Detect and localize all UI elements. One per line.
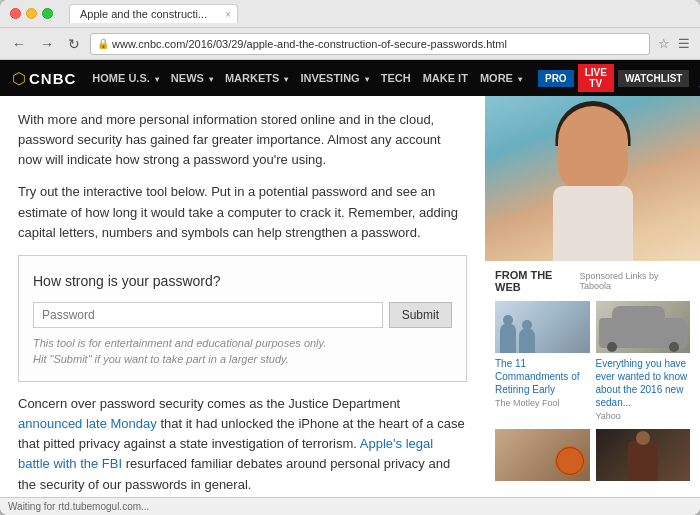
web-card-source-2: Yahoo <box>596 411 691 421</box>
from-web-title: FROM THE WEB <box>495 269 579 293</box>
people-silhouette <box>500 323 535 353</box>
nav-icons: ☆ ☰ <box>656 34 692 53</box>
sponsored-links-text: Sponsored Links by Taboola <box>579 271 690 291</box>
car-top-shape <box>612 306 665 321</box>
car-body-shape <box>599 318 688 348</box>
cnbc-logo[interactable]: ⬡ CNBC <box>12 69 76 88</box>
from-web-section: FROM THE WEB Sponsored Links by Taboola <box>485 261 700 497</box>
password-tool: How strong is your password? Submit This… <box>18 255 467 382</box>
dark-person-head <box>636 431 650 445</box>
car-wheel-rear <box>669 342 679 352</box>
cnbc-logo-text: CNBC <box>29 70 76 87</box>
web-card-image-2 <box>596 301 691 353</box>
lock-icon: 🔒 <box>97 38 109 49</box>
back-button[interactable]: ← <box>8 34 30 54</box>
nav-item-news[interactable]: NEWS ▾ <box>171 72 213 84</box>
web-cards-top-row: The 11 Commandments of Retiring Early Th… <box>495 301 690 421</box>
tab-title: Apple and the constructi... <box>80 8 207 20</box>
web-cards-bottom-row <box>495 429 690 485</box>
minimize-traffic-light[interactable] <box>26 8 37 19</box>
livetv-button[interactable]: LIVE TV <box>578 64 614 92</box>
nav-item-home[interactable]: HOME U.S. ▾ <box>92 72 159 84</box>
article-area: With more and more personal information … <box>0 96 485 497</box>
cnbc-nav-items: HOME U.S. ▾ NEWS ▾ MARKETS ▾ INVESTING ▾… <box>92 72 522 84</box>
nav-item-tech[interactable]: TECH <box>381 72 411 84</box>
nav-bar: ← → ↻ 🔒 www.cnbc.com/2016/03/29/apple-an… <box>0 28 700 60</box>
browser-tab[interactable]: Apple and the constructi... × <box>69 4 238 23</box>
basketball-shape <box>555 446 585 476</box>
submit-button[interactable]: Submit <box>389 302 452 328</box>
web-card-image-3 <box>495 429 590 481</box>
announced-link[interactable]: announced late Monday <box>18 416 157 431</box>
tool-disclaimer: This tool is for entertainment and educa… <box>33 336 452 367</box>
hero-image <box>485 96 700 261</box>
web-card-image-4 <box>596 429 691 481</box>
person-shape-1 <box>500 323 516 353</box>
right-sidebar: FROM THE WEB Sponsored Links by Taboola <box>485 96 700 497</box>
nav-item-investing[interactable]: INVESTING ▾ <box>300 72 368 84</box>
tab-close-icon[interactable]: × <box>225 9 231 20</box>
cnbc-nav-right: PRO LIVE TV WATCHLIST 👤 <box>538 64 700 92</box>
web-card-source-1: The Motley Fool <box>495 398 590 408</box>
chevron-down-icon: ▾ <box>209 75 213 84</box>
web-card-3[interactable] <box>495 429 590 485</box>
web-card-1[interactable]: The 11 Commandments of Retiring Early Th… <box>495 301 590 421</box>
browser-window: Apple and the constructi... × ← → ↻ 🔒 ww… <box>0 0 700 515</box>
tab-bar: Apple and the constructi... × <box>69 4 690 23</box>
forward-button[interactable]: → <box>36 34 58 54</box>
basketball-lines <box>556 447 584 475</box>
chevron-down-icon: ▾ <box>365 75 369 84</box>
para3-start: Concern over password security comes as … <box>18 396 400 411</box>
status-text: Waiting for rtd.tubemogul.com... <box>8 501 149 512</box>
web-card-4[interactable] <box>596 429 691 485</box>
face-figure <box>548 106 638 261</box>
nav-item-more[interactable]: MORE ▾ <box>480 72 522 84</box>
body-shape <box>553 186 633 261</box>
bookmark-icon[interactable]: ☆ <box>656 34 672 53</box>
from-web-header: FROM THE WEB Sponsored Links by Taboola <box>495 269 690 293</box>
web-card-title-1: The 11 Commandments of Retiring Early <box>495 357 590 396</box>
person-head-2 <box>522 320 532 330</box>
password-input-row: Submit <box>33 302 452 328</box>
nav-item-makeit[interactable]: MAKE IT <box>423 72 468 84</box>
peacock-icon: ⬡ <box>12 69 26 88</box>
car-wheel-front <box>607 342 617 352</box>
web-card-image-1 <box>495 301 590 353</box>
address-bar[interactable]: 🔒 www.cnbc.com/2016/03/29/apple-and-the-… <box>90 33 650 55</box>
chevron-down-icon: ▾ <box>518 75 522 84</box>
dark-person-shape <box>628 441 658 481</box>
nav-item-markets[interactable]: MARKETS ▾ <box>225 72 288 84</box>
title-bar: Apple and the constructi... × <box>0 0 700 28</box>
disclaimer-line-1: This tool is for entertainment and educa… <box>33 336 452 351</box>
close-traffic-light[interactable] <box>10 8 21 19</box>
watchlist-button[interactable]: WATCHLIST <box>618 70 690 87</box>
chevron-down-icon: ▾ <box>155 75 159 84</box>
pro-button[interactable]: PRO <box>538 70 574 87</box>
traffic-lights <box>10 8 53 19</box>
article-paragraph-3: Concern over password security comes as … <box>18 394 467 495</box>
password-tool-title: How strong is your password? <box>33 270 452 292</box>
person-shape-2 <box>519 328 535 353</box>
article-paragraph-2: Try out the interactive tool below. Put … <box>18 182 467 242</box>
refresh-button[interactable]: ↻ <box>64 34 84 54</box>
main-content: With more and more personal information … <box>0 96 700 497</box>
maximize-traffic-light[interactable] <box>42 8 53 19</box>
disclaimer-line-2: Hit "Submit" if you want to take part in… <box>33 352 452 367</box>
status-bar: Waiting for rtd.tubemogul.com... <box>0 497 700 515</box>
web-card-2[interactable]: Everything you have ever wanted to know … <box>596 301 691 421</box>
chevron-down-icon: ▾ <box>284 75 288 84</box>
password-input[interactable] <box>33 302 383 328</box>
web-card-title-2: Everything you have ever wanted to know … <box>596 357 691 409</box>
person-head-1 <box>503 315 513 325</box>
cnbc-navbar: ⬡ CNBC HOME U.S. ▾ NEWS ▾ MARKETS ▾ INVE… <box>0 60 700 96</box>
article-paragraph-1: With more and more personal information … <box>18 110 467 170</box>
settings-icon[interactable]: ☰ <box>676 34 692 53</box>
url-text: www.cnbc.com/2016/03/29/apple-and-the-co… <box>112 38 507 50</box>
head-shape <box>558 106 628 191</box>
